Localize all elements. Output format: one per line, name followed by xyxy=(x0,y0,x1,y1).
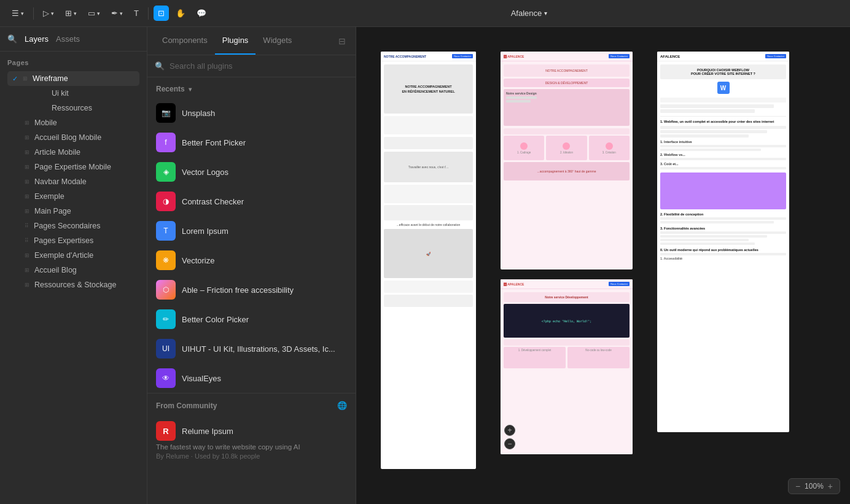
plugin-name-0: Unsplash xyxy=(182,109,215,118)
plugin-icon-4: T xyxy=(156,221,176,241)
page-name: Ui kit xyxy=(37,89,69,98)
plugin-item-7[interactable]: ✏ Better Color Picker xyxy=(147,304,356,334)
page-name: Navbar Modale xyxy=(34,177,87,186)
page-item-page-expertise-mobile[interactable]: ⊞ Page Expertise Mobile xyxy=(7,160,139,174)
page-item-mobile[interactable]: ⊞ Mobile xyxy=(7,115,139,130)
tab-plugins[interactable]: Plugins xyxy=(215,27,256,55)
tab-components[interactable]: Components xyxy=(155,27,215,55)
page-name: Pages Expertises xyxy=(34,236,93,245)
grid-icon: ⊞ xyxy=(25,134,29,141)
plugin-item-3[interactable]: ◑ Contrast Checker xyxy=(147,187,356,216)
frame-tool-button[interactable]: ⊞ ▾ xyxy=(61,6,81,21)
community-plugin-item-0[interactable]: R Relume Ipsum The fastest way to write … xyxy=(147,415,356,466)
components-tool-button[interactable]: ⊡ xyxy=(154,6,169,21)
page-item-ressources[interactable]: Ressources xyxy=(7,101,139,115)
grid-icon: ⊞ xyxy=(23,76,28,82)
shape-tool-button[interactable]: ▭ ▾ xyxy=(84,6,104,21)
plugin-icon-7: ✏ xyxy=(156,309,176,329)
from-community-section: From Community 🌐 R Relume Ipsum The fast… xyxy=(147,393,356,466)
plugin-panel: Components Plugins Widgets ⊟ 🔍 Recents ▾… xyxy=(147,27,356,504)
plugin-name-7: Better Color Picker xyxy=(182,315,249,324)
move-icon: ▷ xyxy=(43,9,49,18)
plugin-item-1[interactable]: f Better Font Picker xyxy=(147,128,356,157)
recents-section-header[interactable]: Recents ▾ xyxy=(147,77,356,98)
close-panel-button[interactable]: ⊟ xyxy=(336,34,348,48)
grid-dots-icon: ⠿ xyxy=(25,238,29,244)
page-item-accueil-blog-mobile[interactable]: ⊞ Accueil Blog Mobile xyxy=(7,130,139,145)
frame-column-2: 🅰 APALENCE Nous Contacter NOTRE ACCOMPAG… xyxy=(501,52,633,454)
zoom-out-button[interactable]: − xyxy=(793,481,802,491)
zoom-plus-button[interactable]: + xyxy=(504,425,515,436)
hand-tool-button[interactable]: ✋ xyxy=(171,6,190,21)
frame-chevron: ▾ xyxy=(74,10,77,17)
plugin-item-0[interactable]: 📷 Unsplash xyxy=(147,98,356,128)
page-item-wireframe[interactable]: ✓ ⊞ Wireframe xyxy=(7,71,139,86)
comment-icon: 💬 xyxy=(197,9,206,18)
plugin-name-4: Lorem Ipsum xyxy=(182,227,228,236)
pen-chevron: ▾ xyxy=(120,10,123,17)
page-frame-2b: 🅰 APALENCE Nous Contacter Notre service … xyxy=(501,279,633,454)
page-name: Ressources xyxy=(37,104,92,112)
grid-icon: ⊞ xyxy=(25,164,29,170)
text-icon: T xyxy=(134,9,139,18)
search-icon: 🔍 xyxy=(7,34,17,44)
project-title[interactable]: Afalence ▾ xyxy=(511,9,548,18)
pen-icon: ✒ xyxy=(111,9,118,18)
plugin-panel-header: Components Plugins Widgets ⊟ xyxy=(147,27,356,55)
page-item-navbar-modale[interactable]: ⊞ Navbar Modale xyxy=(7,174,139,189)
recents-chevron-icon: ▾ xyxy=(189,86,192,93)
from-community-label: From Community xyxy=(156,401,217,410)
shape-chevron: ▾ xyxy=(97,10,100,17)
plugin-item-8[interactable]: UI UIHUT - UI Kit, Illustrations, 3D Ass… xyxy=(147,334,356,363)
page-item-article-mobile[interactable]: ⊞ Article Mobile xyxy=(7,145,139,160)
comment-tool-button[interactable]: 💬 xyxy=(192,6,211,21)
plugin-search-input[interactable] xyxy=(170,61,348,71)
page-name: Accueil Blog xyxy=(34,266,77,274)
page-item-exemple-darticle[interactable]: ⊞ Exemple d'Article xyxy=(7,248,139,263)
from-community-header: From Community 🌐 xyxy=(147,394,356,415)
menu-button[interactable]: ☰ ▾ xyxy=(7,6,28,21)
tab-layers[interactable]: Layers xyxy=(25,32,49,46)
canvas-area[interactable]: NOTRE ACCOMPAGNEMENT Nous Contacter NOTR… xyxy=(356,27,850,504)
move-chevron: ▾ xyxy=(51,10,54,17)
globe-icon: 🌐 xyxy=(337,401,347,410)
page-item-main-page[interactable]: ⊞ Main Page xyxy=(7,204,139,219)
page-item-accueil-blog[interactable]: ⊞ Accueil Blog xyxy=(7,263,139,277)
grid-icon: ⊞ xyxy=(25,120,29,126)
page-name: Pages Secondaires xyxy=(34,222,100,230)
page-name: Exemple xyxy=(34,192,64,201)
page-item-exemple[interactable]: ⊞ Exemple xyxy=(7,189,139,204)
grid-icon: ⊞ xyxy=(25,252,29,258)
page-name: Mobile xyxy=(34,118,57,127)
plugin-item-5[interactable]: ❋ Vectorize xyxy=(147,246,356,275)
plugin-item-9[interactable]: 👁 VisualEyes xyxy=(147,363,356,393)
tab-assets[interactable]: Assets xyxy=(56,32,80,46)
pages-label: Pages xyxy=(7,59,139,66)
page-item-ui-kit[interactable]: Ui kit xyxy=(7,86,139,101)
components-icon: ⊡ xyxy=(158,9,165,18)
plugin-name-9: VisualEyes xyxy=(182,374,221,383)
zoom-in-button[interactable]: + xyxy=(826,481,835,491)
plugin-item-6[interactable]: ⬡ Able – Friction free accessibility xyxy=(147,275,356,304)
page-item-pages-secondaires[interactable]: ⠿ Pages Secondaires xyxy=(7,219,139,233)
page-name: Accueil Blog Mobile xyxy=(34,133,101,142)
pen-tool-button[interactable]: ✒ ▾ xyxy=(107,6,127,21)
plugin-search-bar: 🔍 xyxy=(147,55,356,77)
page-name: Wireframe xyxy=(33,74,68,83)
plugin-name-3: Contrast Checker xyxy=(182,197,244,206)
hand-icon: ✋ xyxy=(176,9,185,18)
community-list: R Relume Ipsum The fastest way to write … xyxy=(147,415,356,466)
plugin-icon-1: f xyxy=(156,133,176,152)
page-item-pages-expertises[interactable]: ⠿ Pages Expertises xyxy=(7,233,139,248)
recents-label: Recents xyxy=(156,85,185,93)
text-tool-button[interactable]: T xyxy=(130,6,143,21)
plugin-icon-5: ❋ xyxy=(156,250,176,270)
move-tool-button[interactable]: ▷ ▾ xyxy=(39,6,58,21)
tab-widgets[interactable]: Widgets xyxy=(255,27,299,55)
zoom-minus-button[interactable]: − xyxy=(504,438,515,449)
plugin-icon-2: ◈ xyxy=(156,162,176,182)
page-item-ressources-and-stockage[interactable]: ⊞ Ressources & Stockage xyxy=(7,277,139,292)
plugin-item-4[interactable]: T Lorem Ipsum xyxy=(147,216,356,246)
plugin-item-2[interactable]: ◈ Vector Logos xyxy=(147,157,356,187)
plugin-icon-6: ⬡ xyxy=(156,280,176,300)
